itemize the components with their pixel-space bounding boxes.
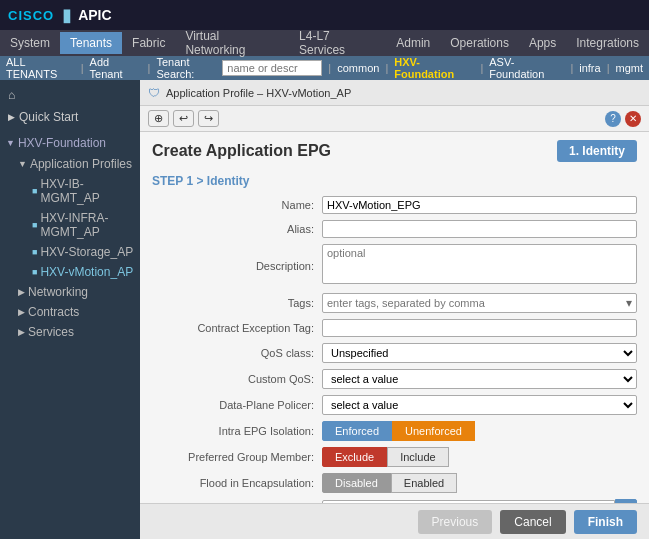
description-label: Description: [152, 260, 322, 272]
nav-apps[interactable]: Apps [519, 32, 566, 54]
services-icon: ▶ [18, 327, 25, 337]
intra-epg-enforced-btn[interactable]: Enforced [322, 421, 392, 441]
nav-system[interactable]: System [0, 32, 60, 54]
tags-input[interactable] [327, 297, 626, 309]
app-label-0: HXV-IB-MGMT_AP [40, 177, 134, 205]
tenant-asv-foundation[interactable]: ASV-Foundation [489, 56, 564, 80]
cancel-button[interactable]: Cancel [500, 510, 565, 534]
content-area: ⌂ ▶ Quick Start ▼ HXV-Foundation ▼ Appli… [0, 80, 649, 539]
sidebar-app-profiles[interactable]: ▼ Application Profiles [12, 154, 140, 174]
qos-row: QoS class: Unspecified [152, 343, 637, 363]
sidebar: ⌂ ▶ Quick Start ▼ HXV-Foundation ▼ Appli… [0, 80, 140, 539]
tenant-common[interactable]: common [337, 62, 379, 74]
app-profiles-tree-icon: ▼ [18, 159, 27, 169]
name-control [322, 196, 637, 214]
nav-fabric[interactable]: Fabric [122, 32, 175, 54]
app-profiles-label: Application Profiles [30, 157, 132, 171]
sidebar-app-hxv-storage[interactable]: ■ HXV-Storage_AP [26, 242, 140, 262]
name-input[interactable] [322, 196, 637, 214]
flood-enabled-btn[interactable]: Enabled [391, 473, 457, 493]
contracts-label: Contracts [28, 305, 79, 319]
app-label-2: HXV-Storage_AP [40, 245, 133, 259]
nav-operations[interactable]: Operations [440, 32, 519, 54]
flood-row: Flood in Encapsulation: Disabled Enabled [152, 473, 637, 493]
tenant-search-label: Tenant Search: [156, 56, 219, 80]
app-icon-1: ■ [32, 220, 37, 230]
breadcrumb: 🛡 Application Profile – HXV-vMotion_AP [140, 80, 649, 106]
footer-bar: Previous Cancel Finish [140, 503, 649, 539]
sidebar-contracts-section: ▶ Contracts [0, 302, 140, 322]
nav-tenants[interactable]: Tenants [60, 32, 122, 54]
sidebar-app-hxv-ib[interactable]: ■ HXV-IB-MGMT_AP [26, 174, 140, 208]
nav-bar: System Tenants Fabric Virtual Networking… [0, 30, 649, 56]
add-tenant-link[interactable]: Add Tenant [90, 56, 142, 80]
home-icon: ⌂ [8, 88, 15, 102]
alias-input[interactable] [322, 220, 637, 238]
networking-icon: ▶ [18, 287, 25, 297]
sidebar-apps-list: ■ HXV-IB-MGMT_AP ■ HXV-INFRA-MGMT_AP ■ H… [12, 174, 140, 282]
tenant-search-input[interactable] [222, 60, 322, 76]
flood-disabled-btn[interactable]: Disabled [322, 473, 391, 493]
previous-button[interactable]: Previous [418, 510, 493, 534]
sidebar-home[interactable]: ⌂ [0, 84, 140, 106]
cisco-icon: ▮ [62, 4, 72, 26]
custom-qos-label: Custom QoS: [152, 373, 322, 385]
tenant-hxv-foundation[interactable]: HXV-Foundation [394, 56, 474, 80]
apic-title: APIC [78, 7, 111, 23]
data-plane-row: Data-Plane Policer: select a value [152, 395, 637, 415]
intra-epg-unenforced-btn[interactable]: Unenforced [392, 421, 475, 441]
sidebar-app-hxv-infra[interactable]: ■ HXV-INFRA-MGMT_AP [26, 208, 140, 242]
intra-epg-toggle: Enforced Unenforced [322, 421, 637, 441]
sidebar-contracts[interactable]: ▶ Contracts [12, 302, 140, 322]
tags-control: ▾ [322, 293, 637, 313]
qos-select[interactable]: Unspecified [322, 343, 637, 363]
all-tenants-link[interactable]: ALL TENANTS [6, 56, 75, 80]
sidebar-networking-section: ▶ Networking [0, 282, 140, 302]
help-icon[interactable]: ? [605, 111, 621, 127]
custom-qos-select[interactable]: select a value [322, 369, 637, 389]
preferred-group-exclude-btn[interactable]: Exclude [322, 447, 387, 467]
sidebar-app-hxv-vmotion[interactable]: ■ HXV-vMotion_AP [26, 262, 140, 282]
sidebar-services[interactable]: ▶ Services [12, 322, 140, 342]
sidebar-tenant-group: ▼ HXV-Foundation ▼ Application Profiles … [0, 132, 140, 342]
flood-control: Disabled Enabled [322, 473, 637, 493]
name-label: Name: [152, 199, 322, 211]
alias-row: Alias: [152, 220, 637, 238]
close-icon[interactable]: ✕ [625, 111, 641, 127]
contract-exception-row: Contract Exception Tag: [152, 319, 637, 337]
nav-integrations[interactable]: Integrations [566, 32, 649, 54]
tenant-mgmt[interactable]: mgmt [616, 62, 644, 74]
tags-dropdown-icon[interactable]: ▾ [626, 296, 632, 310]
flood-label: Flood in Encapsulation: [152, 477, 322, 489]
contract-exception-control [322, 319, 637, 337]
toolbar-forward-btn[interactable]: ↪ [198, 110, 219, 127]
toolbar-back-btn[interactable]: ↩ [173, 110, 194, 127]
intra-epg-control: Enforced Unenforced [322, 421, 637, 441]
description-control [322, 244, 637, 287]
preferred-group-include-btn[interactable]: Include [387, 447, 448, 467]
sidebar-quick-start[interactable]: ▶ Quick Start [0, 106, 140, 128]
finish-button[interactable]: Finish [574, 510, 637, 534]
contract-exception-input[interactable] [322, 319, 637, 337]
breadcrumb-text: Application Profile – HXV-vMotion_AP [166, 87, 351, 99]
services-label: Services [28, 325, 74, 339]
data-plane-select[interactable]: select a value [322, 395, 637, 415]
intra-epg-label: Intra EPG Isolation: [152, 425, 322, 437]
custom-qos-control: select a value [322, 369, 637, 389]
networking-label: Networking [28, 285, 88, 299]
sidebar-networking[interactable]: ▶ Networking [12, 282, 140, 302]
qos-label: QoS class: [152, 347, 322, 359]
step-label: STEP 1 > Identity [140, 170, 649, 192]
sidebar-services-section: ▶ Services [0, 322, 140, 342]
description-textarea[interactable] [322, 244, 637, 284]
form-title: Create Application EPG [152, 142, 331, 160]
contract-exception-label: Contract Exception Tag: [152, 322, 322, 334]
toolbar-page-btn[interactable]: ⊕ [148, 110, 169, 127]
nav-admin[interactable]: Admin [386, 32, 440, 54]
flood-toggle: Disabled Enabled [322, 473, 637, 493]
sidebar-tenant-label[interactable]: ▼ HXV-Foundation [0, 132, 140, 154]
tenant-infra[interactable]: infra [579, 62, 600, 74]
app-icon-3: ■ [32, 267, 37, 277]
data-plane-control: select a value [322, 395, 637, 415]
app-icon-2: ■ [32, 247, 37, 257]
